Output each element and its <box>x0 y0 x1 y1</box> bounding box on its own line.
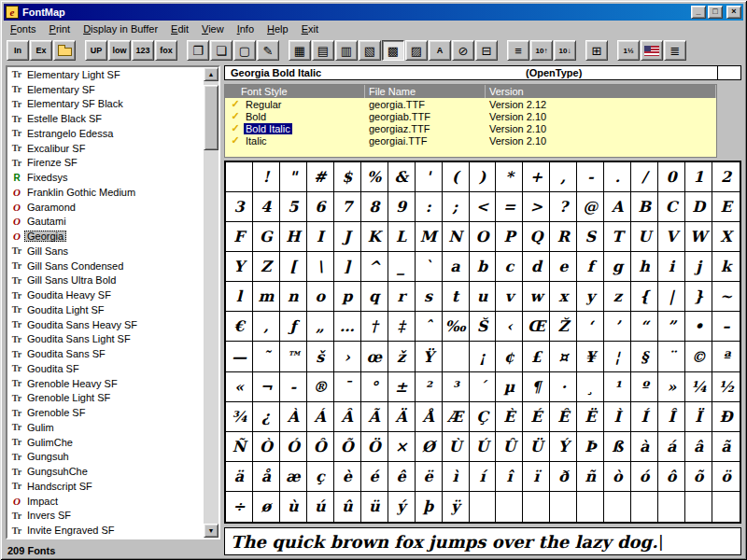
font-style-row[interactable]: ✓ Bold Italic georgiaz.TTF Version 2.10 <box>225 122 716 134</box>
char-cell[interactable]: Ö <box>361 432 388 462</box>
char-cell[interactable]: A <box>604 192 631 222</box>
char-cell[interactable] <box>443 342 470 371</box>
external-fonts-button[interactable]: Ex <box>30 40 52 61</box>
char-cell[interactable]: w <box>523 282 550 312</box>
char-cell[interactable]: y <box>577 282 604 312</box>
char-cell[interactable]: Ë <box>577 402 604 432</box>
char-cell[interactable]: 8 <box>361 192 388 222</box>
char-cell[interactable]: $ <box>334 162 361 192</box>
char-cell[interactable]: O <box>470 222 497 252</box>
char-list-button[interactable]: ≣ <box>664 40 686 61</box>
char-cell[interactable]: Ü <box>523 432 550 462</box>
char-cell[interactable]: ~ <box>712 282 740 312</box>
uppercase-view-button[interactable]: UP <box>85 40 107 61</box>
font-list-item[interactable]: O Gautami <box>7 215 204 230</box>
layout-grid-6-button[interactable]: ▨ <box>405 40 428 61</box>
char-cell[interactable]: Ú <box>470 432 497 462</box>
char-cell[interactable]: Ð <box>712 402 740 432</box>
char-cell[interactable]: R <box>550 222 577 252</box>
char-cell[interactable]: Þ <box>577 432 604 462</box>
font-list-item[interactable]: Tr Goudita Heavy SF <box>7 287 204 302</box>
char-cell[interactable]: Ž <box>550 312 577 342</box>
char-cell[interactable]: æ <box>280 462 307 492</box>
char-cell[interactable]: D <box>685 192 712 222</box>
char-cell[interactable]: E <box>712 192 740 222</box>
char-cell[interactable]: % <box>361 162 388 192</box>
char-cell[interactable]: í <box>470 462 497 492</box>
char-cell[interactable]: ( <box>443 162 470 192</box>
font-list-item[interactable]: R Fixedsys <box>7 170 204 185</box>
char-cell[interactable]: . <box>604 162 631 192</box>
char-cell[interactable]: Š <box>470 312 497 342</box>
char-cell[interactable]: u <box>470 282 497 312</box>
char-cell[interactable]: ˆ <box>416 312 443 342</box>
char-cell[interactable]: Ÿ <box>416 342 443 371</box>
font-list-item[interactable]: Tr Handscript SF <box>7 479 204 494</box>
char-cell[interactable]: t <box>443 282 470 312</box>
char-cell[interactable]: f <box>577 252 604 282</box>
char-cell[interactable]: ] <box>334 252 361 282</box>
char-cell[interactable]: ¡ <box>470 342 497 371</box>
char-cell[interactable]: Q <box>523 222 550 252</box>
char-cell[interactable]: ^ <box>361 252 388 282</box>
char-cell[interactable]: ª <box>712 342 740 371</box>
char-cell[interactable]: ¶ <box>523 372 550 402</box>
char-cell[interactable]: ` <box>416 252 443 282</box>
char-cell[interactable]: Ä <box>388 402 416 432</box>
layout-grid-1-button[interactable]: ▦ <box>289 40 311 61</box>
char-cell[interactable]: ‚ <box>253 312 280 342</box>
char-cell[interactable]: ò <box>604 462 631 492</box>
char-cell[interactable]: = <box>496 192 523 222</box>
char-cell[interactable]: £ <box>523 342 550 371</box>
char-cell[interactable]: ð <box>550 462 577 492</box>
char-cell[interactable]: Å <box>416 402 443 432</box>
char-cell[interactable]: µ <box>496 372 523 402</box>
size-up-button[interactable]: 10↑ <box>530 40 553 61</box>
char-cell[interactable]: ¿ <box>253 402 280 432</box>
char-cell[interactable]: X <box>712 222 740 252</box>
menu-fonts[interactable]: Fonts <box>4 21 43 37</box>
char-cell[interactable]: Â <box>334 402 361 432</box>
char-cell[interactable]: 3 <box>226 192 253 222</box>
char-cell[interactable]: - <box>577 162 604 192</box>
char-cell[interactable]: ½ <box>712 372 740 402</box>
font-list-item[interactable]: Tr Gungsuh <box>7 450 204 465</box>
char-cell[interactable]: ´ <box>470 372 497 402</box>
char-cell[interactable] <box>523 492 550 522</box>
char-cell[interactable] <box>712 492 740 522</box>
char-cell[interactable]: È <box>496 402 523 432</box>
char-cell[interactable]: C <box>658 192 685 222</box>
char-cell[interactable]: 9 <box>388 192 416 222</box>
char-cell[interactable]: — <box>226 342 253 371</box>
char-cell[interactable]: Z <box>253 252 280 282</box>
layout-grid-4-button[interactable]: ▧ <box>359 40 381 61</box>
font-list-item[interactable]: Tr Elementary SF Black <box>7 97 204 112</box>
char-cell[interactable]: ¾ <box>226 402 253 432</box>
char-cell[interactable]: • <box>685 312 712 342</box>
font-style-row[interactable]: ✓ Bold georgiab.TTF Version 2.10 <box>225 110 716 122</box>
scroll-down-button[interactable]: ▼ <box>204 524 218 538</box>
char-cell[interactable]: ! <box>253 162 280 192</box>
font-list-item[interactable]: Tr GungsuhChe <box>7 464 204 479</box>
char-cell[interactable]: Œ <box>523 312 550 342</box>
font-list-item[interactable]: Tr Estelle Black SF <box>7 111 204 126</box>
char-cell[interactable]: Ò <box>253 432 280 462</box>
char-cell[interactable]: N <box>443 222 470 252</box>
char-cell[interactable]: ” <box>658 312 685 342</box>
char-cell[interactable]: ¬ <box>253 372 280 402</box>
char-cell[interactable]: | <box>658 282 685 312</box>
char-cell[interactable]: + <box>523 162 550 192</box>
char-cell[interactable]: Ô <box>307 432 334 462</box>
char-cell[interactable]: ç <box>307 462 334 492</box>
char-cell[interactable]: i <box>658 252 685 282</box>
char-cell[interactable]: S <box>577 222 604 252</box>
font-list-item[interactable]: Tr Grenoble Light SF <box>7 391 204 406</box>
char-cell[interactable]: ü <box>361 492 388 522</box>
char-cell[interactable]: õ <box>685 462 712 492</box>
char-cell[interactable]: ¸ <box>577 372 604 402</box>
menu-exit[interactable]: Exit <box>295 21 325 37</box>
char-cell[interactable]: ž <box>388 342 416 371</box>
char-cell[interactable]: ¢ <box>496 342 523 371</box>
copy-button[interactable]: ❐ <box>187 40 209 61</box>
font-list-item[interactable]: Tr Goudita Sans SF <box>7 346 204 361</box>
